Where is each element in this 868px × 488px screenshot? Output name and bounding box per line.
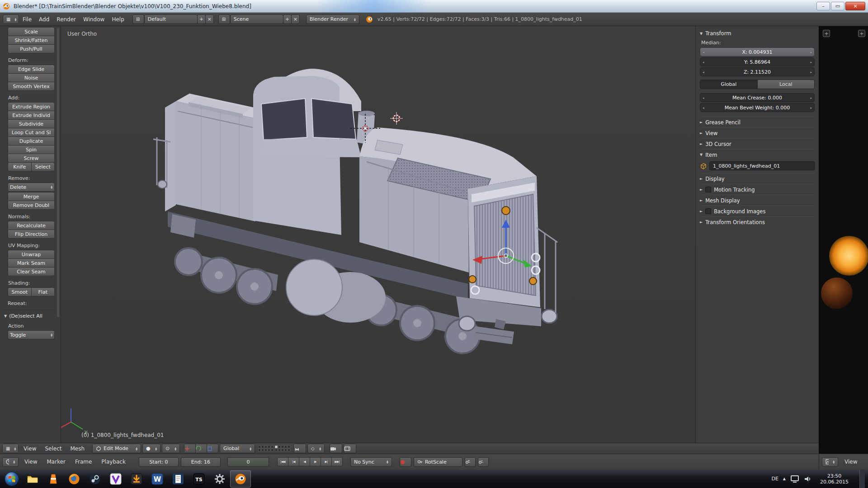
current-frame-field[interactable]: 0 (227, 457, 269, 467)
increment-arrow-icon[interactable]: ▸ (810, 61, 812, 64)
menu-file[interactable]: File (19, 15, 35, 24)
v-app-taskbar-button[interactable] (105, 470, 126, 488)
menu-help[interactable]: Help (108, 15, 127, 24)
mode-dropdown[interactable]: Edit Mode ▲▼ (92, 444, 141, 453)
play-reverse-button[interactable]: ◀ (299, 457, 310, 466)
close-scene-button[interactable]: × (291, 14, 300, 24)
close-layout-button[interactable]: × (205, 14, 214, 24)
clear-seam-button[interactable]: Clear Seam (8, 267, 55, 276)
median-z-field[interactable]: ◂ Z: 2.11520 ▸ (700, 67, 815, 76)
minimize-button[interactable]: – (816, 2, 830, 10)
tool-shelf[interactable]: Scale Shrink/Fatten Push/Pull Deform: Ed… (0, 26, 61, 443)
add-layout-button[interactable]: + (197, 14, 206, 24)
menu-view[interactable]: View (21, 457, 41, 466)
notepad-taskbar-button[interactable] (168, 470, 189, 488)
scale-manipulator-button[interactable] (207, 444, 218, 453)
spin-button[interactable]: Spin (8, 145, 55, 154)
increment-arrow-icon[interactable]: ▸ (810, 51, 812, 54)
steam-taskbar-button[interactable] (85, 470, 105, 488)
insert-keyframe-button[interactable] (465, 457, 476, 467)
render-engine-dropdown[interactable]: Blender Render ▲▼ (306, 14, 359, 24)
transform-orientations-panel-header[interactable]: ► Transform Orientations (700, 216, 815, 227)
mean-bevel-weight-field[interactable]: ◂ Mean Bevel Weight: 0.000 ▸ (700, 103, 815, 112)
scene-browse-button[interactable]: ⊞ (218, 14, 230, 24)
downloader-taskbar-button[interactable] (126, 470, 147, 488)
image-editor-region[interactable]: + + (819, 26, 868, 454)
menu-view-clipped[interactable]: View (841, 457, 861, 466)
global-toggle-button[interactable]: Global (700, 80, 758, 89)
knife-button[interactable]: Knife (8, 162, 32, 171)
duplicate-button[interactable]: Duplicate (8, 136, 55, 145)
subdivide-button[interactable]: Subdivide (8, 119, 55, 128)
menu-playback[interactable]: Playback (98, 457, 129, 466)
extrude-region-button[interactable]: Extrude Region (8, 102, 55, 111)
knife-select-button[interactable]: Select (31, 162, 55, 171)
tool-shelf-scrollbar[interactable] (57, 28, 59, 317)
transform-orientation-dropdown[interactable]: Global ▲▼ (220, 444, 255, 453)
pivot-point-dropdown[interactable]: ⊙ ▲▼ (162, 444, 180, 453)
unwrap-button[interactable]: Unwrap (8, 250, 55, 259)
keying-set-dropdown[interactable]: RotScale (414, 457, 462, 467)
editor-type-3dview-button[interactable]: ▦ ▲▼ (2, 444, 19, 453)
local-toggle-button[interactable]: Local (757, 80, 815, 89)
close-button[interactable]: × (845, 2, 865, 10)
decrement-arrow-icon[interactable]: ◂ (703, 96, 704, 100)
decrement-arrow-icon[interactable]: ◂ (703, 70, 704, 74)
start-frame-field[interactable]: Start: 0 (139, 457, 179, 467)
train-simulator-taskbar-button[interactable]: TS (189, 470, 209, 488)
taskbar-clock[interactable]: 23:50 20.06.2015 (816, 473, 852, 485)
media-player-taskbar-button[interactable] (43, 470, 64, 488)
shade-smooth-button[interactable]: Smoot (8, 287, 32, 296)
smooth-vertex-button[interactable]: Smooth Vertex (8, 82, 55, 91)
menu-mesh[interactable]: Mesh (67, 444, 89, 453)
delete-menu-button[interactable]: Delete ▲▼ (8, 183, 55, 192)
show-desktop-button[interactable] (859, 469, 865, 488)
screen-layout-field[interactable]: Default (144, 14, 198, 24)
menu-render[interactable]: Render (53, 15, 80, 24)
delete-keyframe-button[interactable] (478, 457, 489, 467)
background-images-checkbox[interactable] (705, 208, 711, 214)
screw-button[interactable]: Screw (8, 154, 55, 163)
explorer-taskbar-button[interactable] (22, 470, 43, 488)
edge-slide-button[interactable]: Edge Slide (8, 65, 55, 74)
item-name-field[interactable]: 1_0800_lights_fwdhead_01 (709, 161, 815, 170)
mark-seam-button[interactable]: Mark Seam (8, 258, 55, 267)
extrude-individual-button[interactable]: Extrude Individ (8, 111, 55, 120)
word-taskbar-button[interactable]: W (147, 470, 168, 488)
view-panel-header[interactable]: ► View (700, 127, 815, 138)
scene-field[interactable]: Scene (230, 14, 283, 24)
properties-region[interactable]: ▼ Transform Median: ◂ X: 0.004931 ▸ ◂ Y:… (695, 26, 819, 443)
push-pull-button[interactable]: Push/Pull (8, 44, 55, 53)
jump-to-start-button[interactable]: |◀◀ (277, 457, 288, 466)
noise-button[interactable]: Noise (8, 73, 55, 82)
transform-panel-header[interactable]: ▼ Transform (700, 28, 815, 39)
motion-tracking-panel-header[interactable]: ► Motion Tracking (700, 184, 815, 195)
flip-direction-button[interactable]: Flip Direction (8, 230, 55, 239)
item-panel-header[interactable]: ▼ Item (700, 149, 815, 160)
mean-crease-field[interactable]: ◂ Mean Crease: 0.000 ▸ (700, 93, 815, 102)
menu-marker[interactable]: Marker (43, 457, 69, 466)
maximize-button[interactable]: ▭ (831, 2, 844, 10)
layers-left-block[interactable] (258, 446, 274, 451)
mesh-display-panel-header[interactable]: ► Mesh Display (700, 195, 815, 206)
editor-type-image-button[interactable]: ▲▼ (822, 457, 838, 467)
layers-right-block[interactable] (275, 446, 290, 451)
decrement-arrow-icon[interactable]: ◂ (703, 106, 704, 110)
tray-expand-icon[interactable]: ▲ (783, 477, 786, 481)
window-titlebar[interactable]: Blender* [D:\TrainSimBlender\Blender Obj… (0, 0, 868, 13)
background-images-panel-header[interactable]: ► Background Images (700, 206, 815, 216)
deselect-all-panel-header[interactable]: ▼ (De)select All (4, 310, 55, 319)
decrement-arrow-icon[interactable]: ◂ (703, 61, 704, 64)
settings-taskbar-button[interactable] (209, 470, 230, 488)
editor-type-info-button[interactable]: ▦ ▲▼ (3, 14, 19, 24)
locomotive-model[interactable]: y (61, 26, 695, 443)
motion-tracking-checkbox[interactable] (705, 187, 711, 192)
menu-frame[interactable]: Frame (71, 457, 95, 466)
firefox-taskbar-button[interactable] (64, 470, 85, 488)
menu-select[interactable]: Select (41, 444, 65, 453)
display-panel-header[interactable]: ► Display (700, 173, 815, 184)
menu-add[interactable]: Add (35, 15, 53, 24)
jump-to-end-button[interactable]: ▶▶| (331, 457, 343, 466)
median-y-field[interactable]: ◂ Y: 5.86964 ▸ (700, 57, 815, 66)
expand-panel-icon[interactable]: + (858, 30, 865, 37)
